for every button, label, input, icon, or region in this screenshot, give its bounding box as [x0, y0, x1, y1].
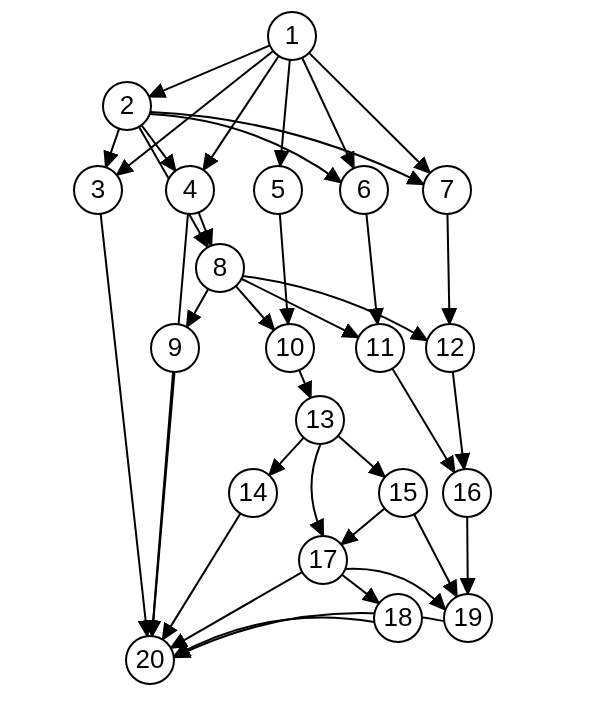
node-label-4: 4 [183, 174, 197, 204]
edge-9-20 [152, 372, 173, 634]
directed-graph: 1234567891011121314151617181920 [0, 0, 605, 705]
node-16: 16 [443, 469, 491, 517]
node-label-5: 5 [271, 174, 285, 204]
node-12: 12 [426, 324, 474, 372]
edge-5-10 [280, 214, 288, 322]
edge-13-15 [338, 436, 383, 476]
node-14: 14 [229, 469, 277, 517]
node-7: 7 [423, 166, 471, 214]
node-9: 9 [151, 324, 199, 372]
node-label-1: 1 [285, 20, 299, 50]
edge-8-12 [243, 276, 426, 340]
edge-15-19 [414, 514, 456, 595]
node-label-13: 13 [306, 404, 335, 434]
node-11: 11 [356, 324, 404, 372]
node-label-2: 2 [120, 90, 134, 120]
node-label-15: 15 [389, 477, 418, 507]
edge-10-13 [299, 370, 310, 396]
node-10: 10 [266, 324, 314, 372]
edge-15-17 [343, 508, 385, 543]
node-18: 18 [374, 594, 422, 642]
node-label-11: 11 [366, 332, 395, 362]
node-label-12: 12 [436, 332, 465, 362]
node-1: 1 [268, 12, 316, 60]
edge-7-12 [447, 214, 449, 322]
node-label-3: 3 [91, 174, 105, 204]
edge-18-20 [176, 617, 375, 655]
edge-4-8 [199, 212, 211, 243]
edge-12-16 [453, 372, 464, 467]
edge-13-14 [271, 438, 304, 474]
edge-6-11 [366, 214, 377, 322]
node-13: 13 [296, 396, 344, 444]
node-6: 6 [340, 166, 388, 214]
edge-1-4 [204, 56, 278, 168]
node-2: 2 [103, 82, 151, 130]
node-label-18: 18 [384, 602, 413, 632]
node-5: 5 [254, 166, 302, 214]
edge-14-20 [164, 513, 241, 637]
node-label-16: 16 [453, 477, 482, 507]
node-label-20: 20 [136, 644, 165, 674]
edge-17-20 [173, 572, 303, 647]
edge-17-18 [342, 575, 377, 602]
edge-1-2 [151, 45, 270, 95]
node-label-9: 9 [168, 332, 182, 362]
edge-2-4 [141, 125, 174, 169]
node-label-10: 10 [276, 332, 305, 362]
edge-13-17 [311, 444, 322, 534]
node-17: 17 [299, 536, 347, 584]
node-4: 4 [166, 166, 214, 214]
node-20: 20 [126, 636, 174, 684]
edge-11-16 [392, 369, 453, 471]
node-label-19: 19 [454, 602, 483, 632]
node-label-8: 8 [213, 252, 227, 282]
edge-3-20 [101, 214, 148, 634]
node-label-7: 7 [440, 174, 454, 204]
node-label-17: 17 [309, 544, 338, 574]
edge-8-9 [188, 289, 208, 325]
node-label-6: 6 [357, 174, 371, 204]
node-19: 19 [444, 594, 492, 642]
edge-16-19 [467, 517, 468, 592]
node-3: 3 [74, 166, 122, 214]
node-8: 8 [196, 244, 244, 292]
node-15: 15 [379, 469, 427, 517]
node-label-14: 14 [239, 477, 268, 507]
edge-2-3 [106, 129, 119, 166]
